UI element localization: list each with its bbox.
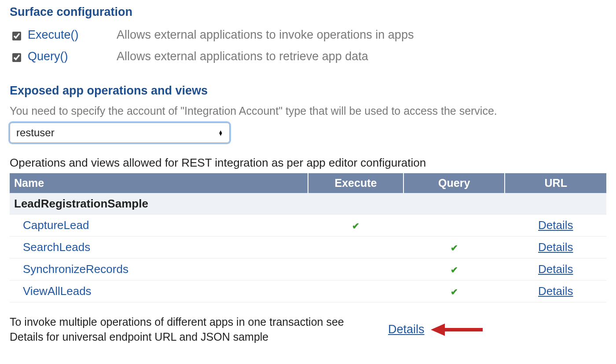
col-header-url: URL [505,173,606,193]
table-group-label: LeadRegistrationSample [10,193,606,215]
col-header-name: Name [10,173,308,193]
details-link[interactable]: Details [538,240,573,254]
ops-table: Name Execute Query URL LeadRegistrationS… [10,173,606,302]
section-title-surface-config: Surface configuration [10,5,606,19]
table-row: SynchronizeRecords✔Details [10,258,606,280]
integration-account-select[interactable]: restuser ▲▼ [10,123,230,143]
details-link[interactable]: Details [538,218,573,232]
execute-cell [308,258,403,280]
integration-account-selected-value: restuser [16,127,55,139]
ops-table-header-row: Name Execute Query URL [10,173,606,193]
footer-row: To invoke multiple operations of differe… [10,315,606,345]
footer-text: To invoke multiple operations of differe… [10,315,379,345]
checkbox-execute[interactable] [12,32,21,40]
table-row: SearchLeads✔Details [10,237,606,258]
config-row-execute: Execute() Allows external applications t… [10,26,606,44]
execute-cell: ✔ [308,215,403,237]
url-cell: Details [505,280,606,302]
operation-name-link[interactable]: ViewAllLeads [10,280,308,302]
config-row-query: Query() Allows external applications to … [10,47,606,66]
section-title-exposed-ops: Exposed app operations and views [10,84,606,98]
config-option-query-desc: Allows external applications to retrieve… [117,50,368,63]
config-option-query-label[interactable]: Query() [28,50,103,63]
col-header-query: Query [403,173,505,193]
select-updown-icon: ▲▼ [218,130,223,135]
table-row: CaptureLead✔Details [10,215,606,237]
operation-name-link[interactable]: CaptureLead [10,215,308,237]
url-cell: Details [505,215,606,237]
table-group-row: LeadRegistrationSample [10,193,606,215]
ops-table-caption: Operations and views allowed for REST in… [10,156,606,170]
config-option-execute-desc: Allows external applications to invoke o… [117,28,414,42]
config-option-execute-label[interactable]: Execute() [28,28,103,42]
operation-name-link[interactable]: SynchronizeRecords [10,258,308,280]
svg-marker-1 [431,324,445,336]
query-cell [403,215,505,237]
annotation-arrow-icon [431,321,484,339]
details-link-universal-endpoint[interactable]: Details [388,323,425,336]
query-cell: ✔ [403,280,505,302]
details-link[interactable]: Details [538,262,573,276]
details-link[interactable]: Details [538,284,573,298]
check-icon: ✔ [352,221,359,231]
query-cell: ✔ [403,258,505,280]
execute-cell [308,280,403,302]
execute-cell [308,237,403,258]
url-cell: Details [505,237,606,258]
check-icon: ✔ [451,287,458,297]
table-row: ViewAllLeads✔Details [10,280,606,302]
query-cell: ✔ [403,237,505,258]
operation-name-link[interactable]: SearchLeads [10,237,308,258]
col-header-execute: Execute [308,173,403,193]
url-cell: Details [505,258,606,280]
check-icon: ✔ [451,265,458,275]
checkbox-query[interactable] [12,53,21,62]
exposed-help-text: You need to specify the account of "Inte… [10,105,606,117]
check-icon: ✔ [451,243,458,253]
